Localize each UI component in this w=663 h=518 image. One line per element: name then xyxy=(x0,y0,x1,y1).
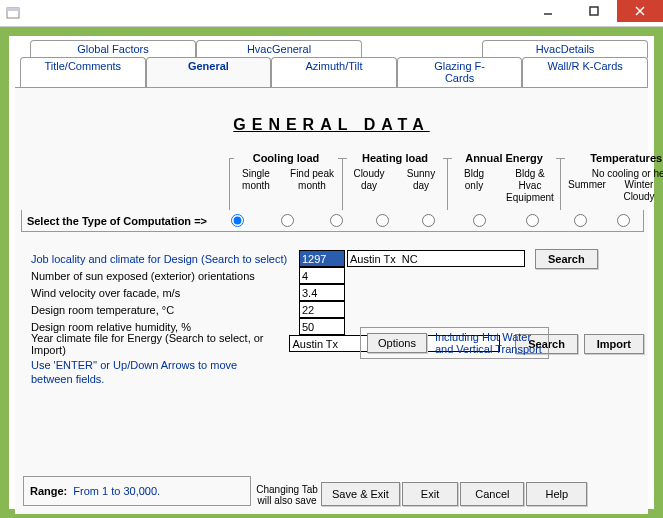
label-job-locality: Job locality and climate for Design (Sea… xyxy=(31,253,299,265)
import-climate-button[interactable]: Import xyxy=(584,334,644,354)
input-locality-name[interactable] xyxy=(347,250,525,267)
radio-sunny-day[interactable] xyxy=(376,214,389,227)
options-box: Options Including Hot Water and Vertical… xyxy=(360,327,549,359)
tabs-row-lower: Title/Comments General Azimuth/Tilt Glaz… xyxy=(20,57,648,87)
group-temperatures-only: Temperatures only No cooling or heating … xyxy=(560,152,663,210)
radio-find-peak[interactable] xyxy=(281,214,294,227)
computation-type-groups: Cooling load Single month Find peak mont… xyxy=(19,152,644,210)
maximize-button[interactable] xyxy=(571,0,617,22)
col-bldg-only: Bldg only xyxy=(448,168,500,204)
range-value: From 1 to 30,000. xyxy=(73,485,160,497)
app-window: Global Factors HvacGeneral HvacDetails T… xyxy=(0,0,663,518)
tab-glazing-f-cards[interactable]: Glazing F-Cards xyxy=(397,57,523,87)
tab-hvac-general[interactable]: HvacGeneral xyxy=(196,40,362,58)
app-icon xyxy=(6,6,20,20)
col-single-month: Single month xyxy=(230,168,282,192)
tab-change-note: Changing Tab will also save xyxy=(255,484,319,506)
group-cooling-load: Cooling load Single month Find peak mont… xyxy=(229,152,342,210)
tab-spacer xyxy=(362,40,482,58)
select-computation-label: Select the Type of Computation => xyxy=(22,215,213,227)
radio-bldg-hvac[interactable] xyxy=(473,214,486,227)
radio-single-month[interactable] xyxy=(231,214,244,227)
close-button[interactable] xyxy=(617,0,663,22)
col-winter-cloudy: Winter Cloudy xyxy=(613,179,663,203)
tab-azimuth-tilt[interactable]: Azimuth/Tilt xyxy=(271,57,397,87)
tabs-row-upper: Global Factors HvacGeneral HvacDetails xyxy=(30,40,648,58)
col-summer: Summer xyxy=(561,179,613,203)
tab-content: GENERAL DATA Cooling load Single month F… xyxy=(15,87,648,514)
radio-temps-sunny[interactable] xyxy=(617,214,630,227)
legend-temps: Temperatures only xyxy=(565,152,663,164)
tab-global-factors[interactable]: Global Factors xyxy=(30,40,196,58)
radio-bldg-only[interactable] xyxy=(422,214,435,227)
hint-text: Use 'ENTER'' or Up/Down Arrows to move b… xyxy=(19,358,644,386)
form-area: Job locality and climate for Design (Sea… xyxy=(19,250,644,352)
col-bldg-hvac: Bldg & Hvac Equipment xyxy=(500,168,560,204)
svg-rect-1 xyxy=(7,8,19,11)
col-find-peak: Find peak month xyxy=(282,168,342,192)
titlebar xyxy=(0,0,663,27)
tab-title-comments[interactable]: Title/Comments xyxy=(20,57,146,87)
radio-cloudy-day[interactable] xyxy=(330,214,343,227)
footer: Range: From 1 to 30,000. Changing Tab wi… xyxy=(23,476,640,506)
label-wind: Wind velocity over facade, m/s xyxy=(31,287,299,299)
input-orientations[interactable] xyxy=(299,267,345,284)
input-locality-code[interactable] xyxy=(299,250,345,267)
range-box: Range: From 1 to 30,000. xyxy=(23,476,251,506)
exit-button[interactable]: Exit xyxy=(402,482,458,506)
help-button[interactable]: Help xyxy=(526,482,587,506)
computation-select-row: Select the Type of Computation => xyxy=(21,210,644,232)
input-room-temp[interactable] xyxy=(299,301,345,318)
label-climate-file: Year climate file for Energy (Search to … xyxy=(31,332,289,356)
options-link-text[interactable]: Including Hot Water and Vertical Transpo… xyxy=(435,331,542,355)
label-orientations: Number of sun exposed (exterior) orienta… xyxy=(31,270,299,282)
input-wind[interactable] xyxy=(299,284,345,301)
radio-summer[interactable] xyxy=(526,214,539,227)
input-rh[interactable] xyxy=(299,318,345,335)
page-title: GENERAL DATA xyxy=(19,116,644,134)
legend-annual: Annual Energy xyxy=(452,152,556,164)
minimize-button[interactable] xyxy=(525,0,571,22)
save-exit-button[interactable]: Save & Exit xyxy=(321,482,400,506)
col-sunny-day: Sunny day xyxy=(395,168,447,192)
group-heating-load: Heating load Cloudy day Sunny day xyxy=(342,152,447,210)
tab-hvac-details[interactable]: HvacDetails xyxy=(482,40,648,58)
options-button[interactable]: Options xyxy=(367,333,427,353)
radio-winter-cloudy[interactable] xyxy=(574,214,587,227)
label-room-temp: Design room temperature, °C xyxy=(31,304,299,316)
col-cloudy-day: Cloudy day xyxy=(343,168,395,192)
tab-general[interactable]: General xyxy=(146,57,272,87)
search-locality-button[interactable]: Search xyxy=(535,249,598,269)
svg-rect-3 xyxy=(590,7,598,15)
cancel-button[interactable]: Cancel xyxy=(460,482,524,506)
range-label: Range: xyxy=(30,485,67,497)
temps-subtitle: No cooling or heating xyxy=(561,168,663,179)
legend-cooling: Cooling load xyxy=(234,152,338,164)
legend-heating: Heating load xyxy=(347,152,443,164)
tab-wall-r-k-cards[interactable]: Wall/R K-Cards xyxy=(522,57,648,87)
group-annual-energy: Annual Energy Bldg only Bldg & Hvac Equi… xyxy=(447,152,560,210)
